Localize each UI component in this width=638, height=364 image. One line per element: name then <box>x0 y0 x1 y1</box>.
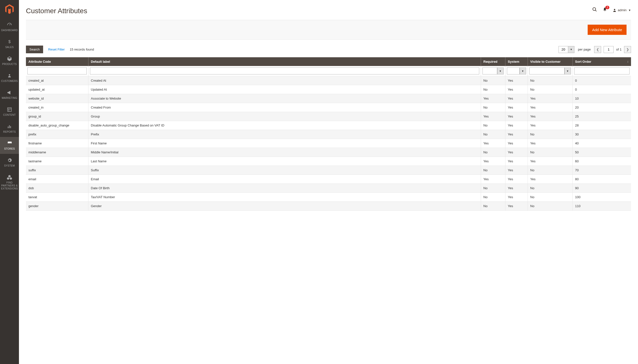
page-of-text: of 1 <box>616 48 621 51</box>
filter-system-select[interactable] <box>507 68 520 74</box>
table-row[interactable]: lastnameLast NameYesYesYes60 <box>26 157 631 166</box>
cell-required: No <box>481 130 505 139</box>
cell-required: Yes <box>481 94 505 103</box>
page-input[interactable] <box>604 46 613 53</box>
sidebar-item-system[interactable]: SYSTEM <box>0 154 19 171</box>
cell-label: Disable Automatic Group Change Based on … <box>88 121 481 130</box>
gear-icon <box>7 157 12 163</box>
cell-system: Yes <box>505 76 528 85</box>
sidebar-item-label: MARKETING <box>2 96 17 100</box>
megaphone-icon <box>7 90 12 96</box>
cell-visible: Yes <box>528 175 572 184</box>
cell-required: Yes <box>481 157 505 166</box>
cell-code: disable_auto_group_change <box>26 121 88 130</box>
per-page-label: per page <box>578 48 591 51</box>
cell-label: Tax/VAT Number <box>88 193 481 202</box>
filter-required-select[interactable] <box>482 68 497 74</box>
sidebar-item-find-partners-extensions[interactable]: FIND PARTNERS & EXTENSIONS <box>0 171 19 194</box>
cell-visible: No <box>528 184 572 193</box>
table-row[interactable]: dobDate Of BirthNoYesNo90 <box>26 184 631 193</box>
cell-system: Yes <box>505 121 528 130</box>
next-page-button[interactable]: ❯ <box>624 46 631 53</box>
table-row[interactable]: disable_auto_group_changeDisable Automat… <box>26 121 631 130</box>
cell-system: Yes <box>505 175 528 184</box>
table-row[interactable]: firstnameFirst NameYesYesYes40 <box>26 139 631 148</box>
filter-default-label-input[interactable] <box>90 68 479 74</box>
svg-text:$: $ <box>8 39 11 44</box>
col-header-system[interactable]: System <box>505 57 528 66</box>
sidebar-item-label: STORES <box>4 148 15 150</box>
sidebar-item-label: CONTENT <box>3 114 16 116</box>
cell-system: Yes <box>505 157 528 166</box>
cell-code: created_at <box>26 76 88 85</box>
cell-sort: 50 <box>572 148 631 157</box>
table-row[interactable]: website_idAssociate to WebsiteYesYesYes1… <box>26 94 631 103</box>
brand-logo[interactable] <box>0 0 19 18</box>
table-row[interactable]: created_atCreated AtNoYesNo0 <box>26 76 631 85</box>
table-row[interactable]: suffixSuffixNoYesNo70 <box>26 166 631 175</box>
col-header-sort-order[interactable]: Sort Order↓ <box>572 57 631 66</box>
add-new-attribute-button[interactable]: Add New Attribute <box>588 25 626 35</box>
cell-code: lastname <box>26 157 88 166</box>
reset-filter-link[interactable]: Reset Filter <box>48 48 65 51</box>
cell-label: Associate to Website <box>88 94 481 103</box>
cell-code: email <box>26 175 88 184</box>
sidebar-item-content[interactable]: CONTENT <box>0 103 19 120</box>
cell-visible: No <box>528 193 572 202</box>
cell-label: Suffix <box>88 166 481 175</box>
layout-icon <box>7 106 12 112</box>
filter-visible-dropdown[interactable]: ▼ <box>564 68 571 74</box>
sidebar-item-stores[interactable]: STORES <box>0 137 19 154</box>
cell-sort: 0 <box>572 76 631 85</box>
sidebar-item-products[interactable]: PRODUCTS <box>0 52 19 69</box>
sidebar-item-dashboard[interactable]: DASHBOARD <box>0 18 19 35</box>
box-icon <box>7 56 12 62</box>
search-icon[interactable] <box>592 7 597 13</box>
user-icon <box>612 8 616 12</box>
col-header-required[interactable]: Required <box>481 57 505 66</box>
cell-visible: Yes <box>528 94 572 103</box>
filter-required-dropdown[interactable]: ▼ <box>497 68 504 74</box>
cell-visible: Yes <box>528 157 572 166</box>
records-found-text: 15 records found <box>70 48 94 51</box>
table-row[interactable]: updated_atUpdated AtNoYesNo0 <box>26 85 631 94</box>
svg-rect-7 <box>10 126 11 128</box>
svg-line-9 <box>595 10 596 12</box>
cell-label: Email <box>88 175 481 184</box>
col-header-visible[interactable]: Visible to Customer <box>528 57 572 66</box>
cell-code: gender <box>26 202 88 211</box>
table-row[interactable]: prefixPrefixNoYesNo30 <box>26 130 631 139</box>
filter-system-dropdown[interactable]: ▼ <box>520 68 526 74</box>
dollar-icon: $ <box>7 39 12 45</box>
cell-visible: Yes <box>528 121 572 130</box>
col-header-default-label[interactable]: Default label <box>88 57 481 66</box>
table-row[interactable]: middlenameMiddle Name/InitialNoYesNo50 <box>26 148 631 157</box>
filter-visible-select[interactable] <box>529 68 564 74</box>
per-page-input[interactable] <box>558 46 568 53</box>
sidebar-item-customers[interactable]: CUSTOMERS <box>0 69 19 86</box>
col-header-attribute-code[interactable]: Attribute Code <box>26 57 88 66</box>
filter-sort-order-input[interactable] <box>574 68 630 74</box>
user-menu[interactable]: admin ▼ <box>612 8 631 12</box>
table-row[interactable]: genderGenderNoYesNo110 <box>26 202 631 211</box>
cell-visible: No <box>528 202 572 211</box>
table-row[interactable]: group_idGroupYesYesYes25 <box>26 112 631 121</box>
cell-visible: No <box>528 76 572 85</box>
cell-system: Yes <box>505 103 528 112</box>
search-button[interactable]: Search <box>26 46 43 53</box>
table-row[interactable]: taxvatTax/VAT NumberNoYesNo100 <box>26 193 631 202</box>
table-row[interactable]: emailEmailYesYesYes80 <box>26 175 631 184</box>
cell-visible: No <box>528 85 572 94</box>
prev-page-button[interactable]: ❮ <box>594 46 601 53</box>
chevron-down-icon: ▼ <box>628 9 631 12</box>
table-row[interactable]: created_inCreated FromNoYesYes20 <box>26 103 631 112</box>
sidebar-item-reports[interactable]: REPORTS <box>0 120 19 137</box>
cell-sort: 20 <box>572 103 631 112</box>
sidebar-item-sales[interactable]: $SALES <box>0 35 19 52</box>
per-page-dropdown[interactable]: ▼ <box>568 46 574 53</box>
filter-attribute-code-input[interactable] <box>28 68 87 74</box>
sidebar-item-marketing[interactable]: MARKETING <box>0 86 19 103</box>
cell-required: Yes <box>481 175 505 184</box>
notifications-icon[interactable]: 3 <box>603 7 607 13</box>
cell-code: website_id <box>26 94 88 103</box>
